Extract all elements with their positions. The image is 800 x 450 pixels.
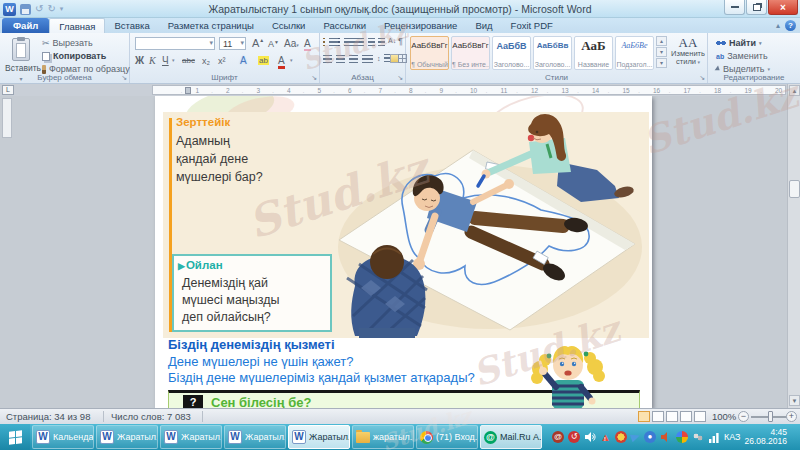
tab-page-layout[interactable]: Разметка страницы xyxy=(159,18,263,33)
bullets-button[interactable] xyxy=(323,38,338,46)
tab-foxit-pdf[interactable]: Foxit PDF xyxy=(502,18,562,33)
zoom-in-button[interactable]: + xyxy=(786,411,797,422)
taskbar-button-word[interactable]: WЖаратыл... xyxy=(160,425,222,449)
font-color-dropdown-icon[interactable]: ▾ xyxy=(290,57,293,63)
copy-button[interactable]: Копировать xyxy=(42,51,106,61)
tab-review[interactable]: Рецензирование xyxy=(375,18,466,33)
muted-speaker-icon[interactable] xyxy=(660,431,672,443)
replace-button[interactable]: abЗаменить xyxy=(716,51,768,61)
increase-indent-button[interactable] xyxy=(378,38,385,46)
download-manager-icon[interactable]: ↺ xyxy=(568,431,580,443)
align-right-button[interactable] xyxy=(349,55,358,63)
horizontal-ruler[interactable]: 1·2·3·4·5·6·7·8·9·10·11·12·13·14·15·16·1… xyxy=(152,85,786,95)
tab-view[interactable]: Вид xyxy=(466,18,501,33)
text-effects-button[interactable]: А xyxy=(240,55,247,66)
clipboard-dialog-launcher[interactable]: ↘ xyxy=(121,74,127,82)
grow-font-button[interactable]: А▲ xyxy=(252,37,264,49)
strikethrough-button[interactable]: abc xyxy=(182,56,195,65)
restore-button[interactable] xyxy=(746,0,767,15)
superscript-button[interactable]: x² xyxy=(218,56,226,66)
underline-dropdown-icon[interactable]: ▾ xyxy=(172,57,175,63)
volume-icon[interactable] xyxy=(584,431,596,443)
taskbar-button-chrome[interactable]: (71) Вход... xyxy=(416,425,478,449)
scrollbar-thumb[interactable] xyxy=(789,180,800,198)
style-card-heading1[interactable]: АаБбВЗаголово... xyxy=(492,36,531,70)
network-signal-icon[interactable] xyxy=(708,432,720,443)
zoom-slider-thumb[interactable] xyxy=(768,411,773,422)
mailru-tray-icon[interactable]: @ xyxy=(552,431,564,443)
lamp-icon[interactable]: ● xyxy=(644,431,656,443)
clear-formatting-button[interactable]: А xyxy=(304,38,311,51)
show-marks-button[interactable]: ¶ xyxy=(398,36,403,46)
vertical-scrollbar[interactable]: ▲ ▼ xyxy=(787,84,800,408)
justify-button[interactable] xyxy=(362,55,373,63)
underline-button[interactable]: Ч xyxy=(162,55,169,66)
tab-references[interactable]: Ссылки xyxy=(263,18,314,33)
change-case-button[interactable]: Аа▾ xyxy=(284,38,299,49)
styles-scroll-down-icon[interactable]: ▾ xyxy=(656,47,667,57)
highlight-button[interactable]: ab xyxy=(258,56,269,65)
scroll-up-icon[interactable]: ▲ xyxy=(789,85,800,96)
start-button[interactable] xyxy=(0,424,30,450)
zoom-level[interactable]: 100% xyxy=(712,411,736,422)
pinwheel-icon[interactable] xyxy=(676,431,688,443)
taskbar-button-word-active[interactable]: WЖаратыл... xyxy=(288,425,350,449)
style-card-title[interactable]: АаБНазвание xyxy=(574,36,613,70)
font-name-combobox[interactable] xyxy=(135,37,215,50)
multilevel-list-button[interactable] xyxy=(353,38,364,46)
taskbar-button-mailru[interactable]: @Mail.Ru А... xyxy=(480,425,542,449)
styles-scroll-up-icon[interactable]: ▴ xyxy=(656,36,667,46)
font-color-button[interactable]: А xyxy=(278,55,285,69)
find-button[interactable]: Найти▾ xyxy=(716,38,762,48)
styles-gallery-more-icon[interactable]: ▾ xyxy=(656,58,667,68)
tab-mailings[interactable]: Рассылки xyxy=(314,18,375,33)
style-card-heading2[interactable]: АаБбВвЗаголово... xyxy=(533,36,572,70)
decrease-indent-button[interactable] xyxy=(368,38,375,46)
close-button[interactable]: × xyxy=(768,0,798,15)
indent-marker[interactable] xyxy=(185,87,191,94)
align-center-button[interactable] xyxy=(336,55,345,63)
subscript-button[interactable]: x₂ xyxy=(202,56,210,66)
tab-file[interactable]: Файл xyxy=(2,18,49,33)
shrink-font-button[interactable]: А▼ xyxy=(268,39,279,49)
taskbar-button-folder[interactable]: жаратыл... xyxy=(352,425,414,449)
print-layout-view-icon[interactable] xyxy=(638,411,650,422)
taskbar-button-word[interactable]: WЖаратыл... xyxy=(224,425,286,449)
scroll-down-icon[interactable]: ▼ xyxy=(789,395,800,406)
align-left-button[interactable] xyxy=(323,55,332,63)
clock[interactable]: 4:4526.08.2016 xyxy=(744,428,787,446)
tomato-badge-icon[interactable] xyxy=(615,431,627,443)
minimize-button[interactable] xyxy=(724,0,745,15)
page-indicator[interactable]: Страница: 34 из 98 xyxy=(6,411,90,422)
document-page[interactable]: Зерттейік Адамның қандай дене мүшелері б… xyxy=(155,96,652,408)
taskbar-button-word[interactable]: WЖаратыл... xyxy=(96,425,158,449)
word-count[interactable]: Число слов: 7 083 xyxy=(111,411,191,422)
cut-button[interactable]: ✂Вырезать xyxy=(42,38,93,48)
font-dialog-launcher[interactable]: ↘ xyxy=(311,74,317,82)
style-card-no-spacing[interactable]: АаБбВвГг¶ Без инте... xyxy=(451,36,490,70)
style-card-normal[interactable]: АаБбВвГг¶ Обычный xyxy=(410,36,449,70)
paragraph-dialog-launcher[interactable]: ↘ xyxy=(397,74,403,82)
bold-button[interactable]: Ж xyxy=(135,55,144,66)
styles-dialog-launcher[interactable]: ↘ xyxy=(699,74,705,82)
web-layout-view-icon[interactable] xyxy=(666,411,678,422)
italic-button[interactable]: К xyxy=(149,55,156,66)
fullscreen-reading-view-icon[interactable] xyxy=(652,411,664,422)
outline-view-icon[interactable] xyxy=(680,411,692,422)
style-card-subtitle[interactable]: АаБбВеПодзагол... xyxy=(615,36,654,70)
dart-icon[interactable] xyxy=(630,432,641,443)
tab-stop-selector[interactable]: L xyxy=(2,85,14,95)
vertical-ruler[interactable] xyxy=(2,98,12,138)
help-icon[interactable]: ? xyxy=(785,20,796,31)
draft-view-icon[interactable] xyxy=(694,411,706,422)
tab-insert[interactable]: Вставка xyxy=(105,18,158,33)
line-spacing-button[interactable]: ↕ xyxy=(377,54,390,62)
taskbar-button-word[interactable]: WКальенда... xyxy=(32,425,94,449)
sort-button[interactable]: А↓ xyxy=(388,37,396,44)
people-icon[interactable] xyxy=(692,431,704,443)
zoom-out-button[interactable]: − xyxy=(738,411,749,422)
numbering-button[interactable] xyxy=(338,38,353,46)
font-size-combobox[interactable]: 11 xyxy=(219,37,246,50)
language-indicator[interactable]: КАЗ xyxy=(724,432,741,442)
collapse-ribbon-icon[interactable]: ▴ xyxy=(776,21,780,30)
